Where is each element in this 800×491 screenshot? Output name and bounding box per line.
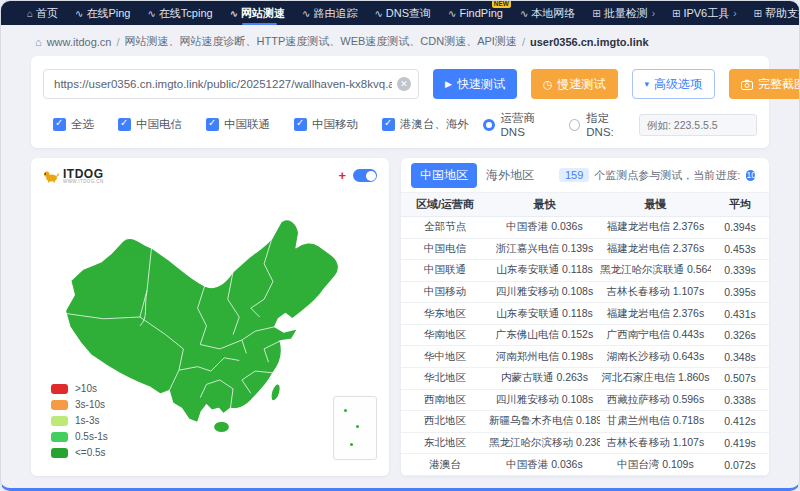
custom-dns-radio[interactable] — [569, 119, 580, 131]
results-panel: 中国地区 海外地区 159 个监测点参与测试，当前进度: 100% 区域/运营商… — [401, 158, 769, 476]
carrier-checkbox-港澳台、海外[interactable]: 港澳台、海外 — [382, 117, 469, 132]
nav-item-在线Ping[interactable]: ∿在线Ping — [75, 1, 130, 25]
activity-icon: ∿ — [520, 8, 528, 19]
legend-label: <=0.5s — [75, 447, 106, 458]
legend-swatch — [51, 448, 68, 458]
page: ⌂首页∿在线Ping∿在线Tcping∿网站测速∿路由追踪∿DNS查询∿Find… — [0, 0, 800, 491]
camera-icon — [741, 79, 753, 90]
map-toggle[interactable] — [353, 169, 377, 182]
activity-icon: ∿ — [374, 8, 382, 19]
progress-label: 100% — [746, 170, 755, 181]
nav-item-label: 网站测速 — [241, 6, 285, 21]
activity-icon: ∿ — [147, 8, 155, 19]
breadcrumb-section[interactable]: 网站测速、网站速度诊断、HTTP速度测试、WEB速度测试、CDN测速、API测速 — [125, 34, 517, 49]
operator-dns-radio[interactable] — [483, 119, 495, 131]
avg-cell: 0.419s — [711, 437, 769, 449]
table-body: 全部节点中国香港 0.036s福建龙岩电信 2.376s0.394s中国电信浙江… — [401, 217, 769, 476]
table-row: 全部节点中国香港 0.036s福建龙岩电信 2.376s0.394s — [401, 217, 769, 239]
carrier-label: 中国联通 — [224, 117, 270, 132]
itdog-logo: ITDOG WWW.ITDOG.CN — [43, 168, 104, 185]
legend-swatch — [51, 416, 68, 426]
fastest-cell: 四川雅安移动 0.108s — [489, 393, 600, 407]
screenshot-button[interactable]: 完整截图 — [729, 69, 800, 99]
carrier-checkboxes: 全选中国电信中国联通中国移动港澳台、海外 — [43, 117, 483, 132]
fastest-cell: 山东泰安联通 0.118s — [489, 307, 600, 321]
checkbox-checked-icon — [294, 118, 307, 131]
carrier-label: 港澳台、海外 — [400, 117, 469, 132]
progress-bar: 100% — [746, 170, 755, 181]
map-legend: >10s3s-10s1s-3s0.5s-1s<=0.5s — [51, 378, 108, 458]
checkbox-checked-icon — [118, 118, 131, 131]
dns-options: 运营商DNS 指定DNS: — [483, 111, 757, 138]
slowest-cell: 福建龙岩电信 2.376s — [600, 242, 711, 256]
slowest-cell: 吉林长春移动 1.107s — [600, 436, 711, 450]
nav-items: ⌂首页∿在线Ping∿在线Tcping∿网站测速∿路由追踪∿DNS查询∿Find… — [27, 1, 800, 25]
breadcrumb-site[interactable]: www.itdog.cn — [47, 36, 112, 48]
slowest-cell: 福建龙岩电信 2.376s — [600, 220, 711, 234]
region-cell: 中国移动 — [401, 285, 489, 299]
col-average: 平均 — [711, 197, 769, 212]
nav-item-批量检测[interactable]: ⊞批量检测› — [592, 1, 655, 25]
nav-item-本地网络[interactable]: ∿本地网络 — [520, 1, 575, 25]
carrier-label: 中国电信 — [136, 117, 182, 132]
nav-item-IPV6工具[interactable]: ⊞IPV6工具› — [672, 1, 737, 25]
screenshot-label: 完整截图 — [758, 76, 800, 93]
monitor-count-badge: 159 — [559, 168, 589, 182]
checkbox-checked-icon — [206, 118, 219, 131]
region-cell: 中国联通 — [401, 263, 489, 277]
col-slowest: 最慢 — [600, 197, 711, 212]
nav-item-在线Tcping[interactable]: ∿在线Tcping — [147, 1, 212, 25]
fast-test-label: 快速测试 — [457, 76, 505, 93]
avg-cell: 0.394s — [711, 221, 769, 233]
fastest-cell: 新疆乌鲁木齐电信 0.189s — [489, 414, 600, 428]
slowest-cell: 吉林长春移动 1.107s — [600, 285, 711, 299]
nav-item-路由追踪[interactable]: ∿路由追踪 — [302, 1, 357, 25]
table-row: 西南地区四川雅安移动 0.108s西藏拉萨移动 0.596s0.338s — [401, 390, 769, 412]
table-row: 港澳台中国香港 0.036s中国台湾 0.109s0.072s — [401, 454, 769, 476]
fastest-cell: 广东佛山电信 0.152s — [489, 328, 600, 342]
monitor-text: 个监测点参与测试，当前进度: — [594, 168, 740, 183]
breadcrumb-current: user0356.cn.imgto.link — [530, 36, 649, 48]
advanced-options-button[interactable]: ▾ 高级选项 — [632, 69, 716, 99]
url-input[interactable] — [43, 69, 419, 99]
nav-item-帮助支持[interactable]: ⊞帮助支持› — [754, 1, 800, 25]
nav-item-DNS查询[interactable]: ∿DNS查询 — [374, 1, 431, 25]
legend-swatch — [51, 400, 68, 410]
table-row: 东北地区黑龙江哈尔滨移动 0.238s吉林长春移动 1.107s0.419s — [401, 433, 769, 455]
breadcrumb-separator: / — [116, 36, 119, 48]
col-fastest: 最快 — [489, 197, 600, 212]
tab-china[interactable]: 中国地区 — [411, 163, 477, 188]
fastest-cell: 内蒙古联通 0.263s — [489, 371, 600, 385]
nav-item-label: 在线Ping — [86, 6, 130, 21]
fast-test-button[interactable]: ▶ 快速测试 — [433, 69, 517, 99]
play-icon: ▶ — [445, 79, 452, 89]
carrier-checkbox-中国移动[interactable]: 中国移动 — [294, 117, 358, 132]
region-cell: 西北地区 — [401, 414, 489, 428]
region-cell: 华北地区 — [401, 371, 489, 385]
tab-overseas[interactable]: 海外地区 — [477, 163, 543, 188]
map-marker-icon[interactable]: + — [338, 170, 346, 182]
carrier-checkbox-中国电信[interactable]: 中国电信 — [118, 117, 182, 132]
table-header-row: 区域/运营商 最快 最慢 平均 — [401, 193, 769, 217]
carrier-checkbox-中国联通[interactable]: 中国联通 — [206, 117, 270, 132]
nav-item-label: IPV6工具 — [683, 6, 729, 21]
clear-input-icon[interactable]: ✕ — [397, 77, 411, 91]
legend-item: 0.5s-1s — [51, 431, 108, 442]
custom-dns-input[interactable] — [639, 114, 757, 136]
avg-cell: 0.395s — [711, 286, 769, 298]
nav-item-首页[interactable]: ⌂首页 — [27, 1, 58, 25]
avg-cell: 0.507s — [711, 372, 769, 384]
table-row: 华东地区山东泰安联通 0.118s福建龙岩电信 2.376s0.431s — [401, 303, 769, 325]
nav-item-label: DNS查询 — [386, 6, 431, 21]
region-cell: 华东地区 — [401, 307, 489, 321]
nav-item-FindPing[interactable]: ∿FindPingNEW — [448, 1, 503, 25]
nav-item-网站测速[interactable]: ∿网站测速 — [230, 1, 285, 25]
carrier-checkbox-全选[interactable]: 全选 — [53, 117, 94, 132]
south-sea-inset — [333, 396, 377, 460]
table-row: 中国电信浙江嘉兴电信 0.139s福建龙岩电信 2.376s0.453s — [401, 239, 769, 261]
slowest-cell: 福建龙岩电信 2.376s — [600, 307, 711, 321]
slowest-cell: 西藏拉萨移动 0.596s — [600, 393, 711, 407]
grid-icon: ⊞ — [672, 8, 680, 19]
slow-test-button[interactable]: ◷ 慢速测试 — [531, 69, 618, 99]
region-cell: 中国电信 — [401, 242, 489, 256]
